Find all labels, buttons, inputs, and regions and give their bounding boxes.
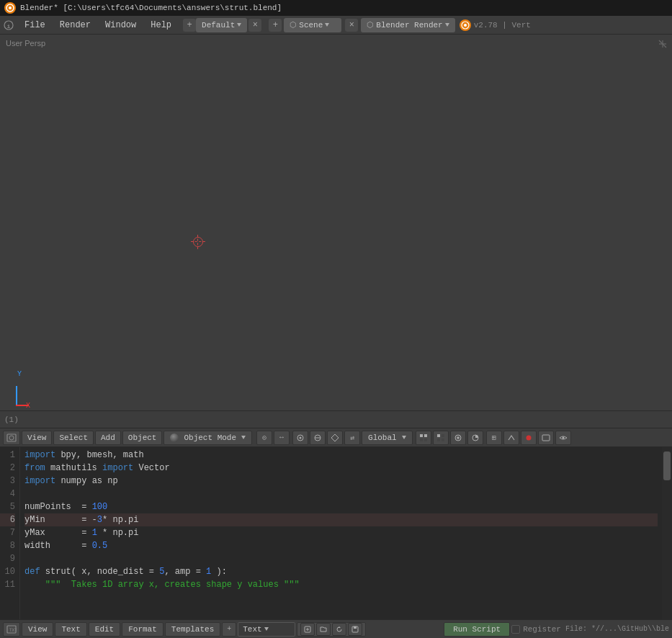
line-numbers: 1 2 3 4 5 6 7 8 9 10 11	[0, 447, 20, 635]
scene-close-btn[interactable]: ×	[345, 19, 358, 32]
line-num-8: 8	[0, 539, 15, 552]
view-bottom-btn[interactable]: View	[22, 622, 53, 637]
text-save-btn[interactable]	[348, 623, 362, 636]
overlay-btn2[interactable]	[503, 431, 519, 445]
code-line-6: yMin = -3* np.pi	[24, 513, 658, 526]
file-menu[interactable]: File	[17, 16, 53, 35]
global-dropdown[interactable]: Global	[362, 431, 413, 445]
menu-bar: i File Render Window Help + Default × + …	[0, 16, 672, 35]
line-num-7: 7	[0, 526, 15, 539]
info-icon-btn[interactable]: i	[0, 16, 17, 35]
text-reload-btn[interactable]	[332, 623, 346, 636]
svg-point-5	[464, 24, 467, 27]
svg-rect-15	[420, 434, 423, 437]
viewport-corner-icon[interactable]	[658, 39, 668, 52]
code-content[interactable]: import bpy, bmesh, math from mathutils i…	[20, 447, 662, 635]
editor-type-btn[interactable]	[3, 431, 20, 445]
svg-point-27	[562, 436, 564, 439]
code-line-10: def strut( x, node_dist = 5, amp = 1 ):	[24, 565, 658, 578]
bottom-bar: TXT View Text Edit Format Templates + Te…	[0, 619, 672, 638]
transform2-btn[interactable]: ⇄	[344, 431, 360, 445]
code-line-5: numPoints = 100	[24, 500, 658, 513]
viewport-3d[interactable]: User Persp Y X (1)	[0, 35, 672, 428]
x-axis-label: X	[26, 402, 30, 410]
toolbar-icons-group1: ⊙ ↔	[256, 431, 290, 445]
workspace-dropdown[interactable]: Default	[196, 18, 247, 32]
svg-rect-20	[442, 434, 444, 437]
svg-rect-21	[437, 439, 440, 441]
editor-toolbar: View Select Add Object Object Mode ⊙ ↔ ⇄…	[0, 428, 672, 447]
axis-indicator: Y X	[7, 370, 29, 406]
svg-rect-16	[424, 434, 427, 437]
line-num-5: 5	[0, 500, 15, 513]
text-filename-field[interactable]: Text	[238, 622, 295, 637]
code-editor[interactable]: 1 2 3 4 5 6 7 8 9 10 11 import bpy, bmes…	[0, 447, 672, 635]
run-script-btn[interactable]: Run Script	[444, 622, 510, 637]
svg-rect-22	[442, 439, 444, 441]
global-chevron	[402, 436, 406, 439]
workspace-close-btn[interactable]: ×	[248, 19, 261, 32]
viewport-view-label: User Persp	[6, 39, 45, 48]
screen-btn[interactable]	[538, 431, 554, 445]
line-num-1: 1	[0, 449, 15, 462]
orb-btn2[interactable]	[310, 431, 326, 445]
svg-rect-19	[437, 434, 440, 437]
mode-chevron	[241, 436, 246, 439]
text-bottom-btn[interactable]: Text	[55, 622, 86, 637]
render-mode-btn[interactable]	[450, 431, 466, 445]
line-num-6: 6	[0, 513, 15, 526]
workspace-selector: + Default ×	[182, 18, 261, 32]
layer-btn1[interactable]	[416, 431, 431, 445]
toolbar-icons-group3: ⊞	[486, 431, 571, 445]
scene-chevron	[325, 23, 329, 27]
view-btn[interactable]: View	[22, 431, 52, 445]
mode-dropdown[interactable]: Object Mode	[163, 431, 252, 445]
engine-icon: ⬡	[367, 20, 374, 30]
overlay-btn1[interactable]: ⊞	[486, 431, 502, 445]
code-line-8: width = 0.5	[24, 539, 658, 552]
add-btn[interactable]: Add	[95, 431, 121, 445]
object-btn[interactable]: Object	[122, 431, 163, 445]
title-bar: Blender* [C:\Users\tfc64\Documents\answe…	[0, 0, 672, 16]
shading-btn[interactable]	[467, 431, 483, 445]
line-num-4: 4	[0, 488, 15, 500]
scene-dropdown[interactable]: ⬡ Scene	[284, 18, 341, 32]
edit-bottom-btn[interactable]: Edit	[89, 622, 120, 637]
scene-icon: ⬡	[290, 20, 297, 30]
line-num-10: 10	[0, 565, 15, 578]
code-scrollbar[interactable]	[662, 447, 672, 635]
render-menu[interactable]: Render	[53, 16, 98, 35]
3d-cursor	[191, 235, 205, 249]
file-path: File: *//...\GitHub\\ble	[565, 625, 669, 633]
register-checkbox[interactable]	[511, 625, 520, 634]
line-num-3: 3	[0, 475, 15, 488]
pivot-btn[interactable]: ⊙	[256, 431, 272, 445]
text-open-btn[interactable]	[316, 623, 331, 636]
svg-point-12	[300, 436, 302, 439]
help-menu[interactable]: Help	[143, 16, 179, 35]
templates-bottom-btn[interactable]: Templates	[165, 622, 220, 637]
text-editor-type-btn[interactable]: TXT	[3, 622, 20, 637]
orb-btn1[interactable]	[292, 431, 308, 445]
text-icons-row	[297, 622, 366, 637]
text-field-plus[interactable]: +	[222, 622, 236, 637]
layer-btn2[interactable]	[433, 431, 449, 445]
line-num-9: 9	[0, 552, 15, 565]
record-btn[interactable]	[521, 431, 537, 445]
engine-dropdown[interactable]: ⬡ Blender Render	[361, 18, 454, 32]
code-line-7: yMax = 1 * np.pi	[24, 526, 658, 539]
format-bottom-btn[interactable]: Format	[122, 622, 163, 637]
select-btn[interactable]: Select	[53, 431, 94, 445]
mode-icon	[170, 433, 179, 442]
snap-btn[interactable]	[327, 431, 343, 445]
transform-btn[interactable]: ↔	[274, 431, 290, 445]
window-menu[interactable]: Window	[98, 16, 143, 35]
view2-btn[interactable]	[555, 431, 571, 445]
blender-logo-icon	[4, 2, 16, 14]
line-num-11: 11	[0, 578, 15, 591]
scrollbar-thumb[interactable]	[663, 451, 671, 480]
scene-add-btn[interactable]: +	[269, 19, 282, 32]
text-new-btn[interactable]	[300, 623, 315, 636]
window-title: Blender* [C:\Users\tfc64\Documents\answe…	[20, 4, 282, 12]
workspace-add-btn[interactable]: +	[183, 19, 196, 32]
